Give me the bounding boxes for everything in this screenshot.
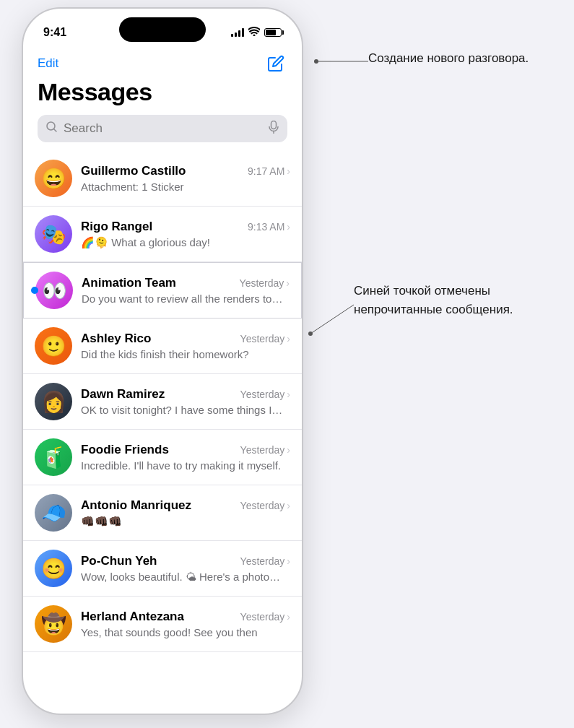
svg-rect-1 <box>271 121 277 129</box>
message-preview: Attachment: 1 Sticker <box>81 181 283 193</box>
list-item[interactable]: 🙂 Ashley Rico Yesterday › Did the kids f… <box>23 318 302 374</box>
conversation-content: Ashley Rico Yesterday › Did the kids fin… <box>81 332 290 360</box>
status-time: 9:41 <box>43 26 66 39</box>
phone-frame: 9:41 Edit <box>22 7 303 715</box>
header-top: Edit <box>38 52 287 75</box>
conversation-content: Antonio Manriquez Yesterday › 👊🏿👊🏿👊🏿 <box>81 498 290 528</box>
avatar: 🙂 <box>35 327 72 365</box>
chevron-icon: › <box>287 611 290 623</box>
svg-point-5 <box>308 332 313 336</box>
conversation-content: Animation Team Yesterday › Do you want t… <box>82 276 290 305</box>
avatar: 🎭 <box>35 215 72 253</box>
message-preview: Do you want to review all the renders to… <box>82 292 284 305</box>
list-item[interactable]: 🧢 Antonio Manriquez Yesterday › 👊🏿👊🏿👊🏿 <box>23 485 302 541</box>
message-preview: 👊🏿👊🏿👊🏿 <box>81 515 283 528</box>
search-icon <box>46 121 58 136</box>
compose-icon <box>267 55 284 72</box>
dynamic-island <box>119 17 206 42</box>
battery-icon <box>264 28 282 37</box>
compose-button[interactable] <box>264 52 287 75</box>
chevron-icon: › <box>287 500 290 511</box>
mic-icon <box>269 121 279 136</box>
list-item[interactable]: 😊 Po-Chun Yeh Yesterday › Wow, looks bea… <box>23 541 302 597</box>
message-preview: Did the kids finish their homework? <box>81 348 283 360</box>
chevron-icon: › <box>287 221 290 233</box>
search-input[interactable] <box>64 121 263 136</box>
message-preview: Yes, that sounds good! See you then <box>81 626 283 638</box>
status-icons <box>231 27 282 38</box>
message-preview: Wow, looks beautiful. 🌤 Here's a photo o… <box>81 571 283 583</box>
chevron-icon: › <box>287 444 290 456</box>
list-item[interactable]: 😄 Guillermo Castillo 9:17 AM › Attachmen… <box>23 151 302 207</box>
list-item[interactable]: 👀 Animation Team Yesterday › Do you want… <box>23 262 302 318</box>
signal-icon <box>231 28 244 37</box>
list-item[interactable]: 👩 Dawn Ramirez Yesterday › OK to visit t… <box>23 374 302 430</box>
search-bar[interactable] <box>38 115 287 142</box>
timestamp: Yesterday › <box>240 277 290 289</box>
sender-name: Rigo Rangel <box>81 220 152 234</box>
timestamp: Yesterday › <box>240 333 290 344</box>
timestamp: Yesterday › <box>240 444 290 456</box>
avatar: 🧃 <box>35 438 72 476</box>
sender-name: Ashley Rico <box>81 332 151 346</box>
conversation-content: Foodie Friends Yesterday › Incredible. I… <box>81 443 290 472</box>
page-title: Messages <box>38 78 287 106</box>
conversation-content: Rigo Rangel 9:13 AM › 🌈🫠 What a glorious… <box>81 220 290 249</box>
chevron-icon: › <box>287 165 290 177</box>
avatar: 🧢 <box>35 494 72 532</box>
timestamp: Yesterday › <box>240 500 290 511</box>
sender-name: Animation Team <box>82 276 176 290</box>
conversation-content: Po-Chun Yeh Yesterday › Wow, looks beaut… <box>81 554 290 583</box>
message-preview: 🌈🫠 What a glorious day! <box>81 236 283 249</box>
edit-button[interactable]: Edit <box>38 56 58 71</box>
avatar: 😄 <box>35 160 72 197</box>
avatar: 🤠 <box>35 605 72 643</box>
timestamp: Yesterday › <box>240 555 290 567</box>
conversation-content: Dawn Ramirez Yesterday › OK to visit ton… <box>81 387 290 417</box>
sender-name: Po-Chun Yeh <box>81 554 157 568</box>
conversation-content: Herland Antezana Yesterday › Yes, that s… <box>81 610 290 638</box>
chevron-icon: › <box>287 333 290 344</box>
list-item[interactable]: 🤠 Herland Antezana Yesterday › Yes, that… <box>23 597 302 652</box>
annotation-compose: Создание нового разговора. <box>368 49 529 68</box>
timestamp: 9:13 AM › <box>248 221 290 233</box>
svg-line-4 <box>310 305 354 334</box>
timestamp: Yesterday › <box>240 389 290 400</box>
sender-name: Herland Antezana <box>81 610 184 624</box>
header: Edit Messages <box>23 46 302 142</box>
list-item[interactable]: 🧃 Foodie Friends Yesterday › Incredible.… <box>23 430 302 485</box>
avatar: 👀 <box>35 272 73 309</box>
svg-point-3 <box>314 59 318 64</box>
message-preview: OK to visit tonight? I have some things … <box>81 404 283 417</box>
unread-indicator <box>31 287 38 294</box>
avatar: 👩 <box>35 383 72 420</box>
sender-name: Dawn Ramirez <box>81 387 165 402</box>
list-item[interactable]: 🎭 Rigo Rangel 9:13 AM › 🌈🫠 What a glorio… <box>23 207 302 262</box>
timestamp: Yesterday › <box>240 611 290 623</box>
avatar: 😊 <box>35 550 72 587</box>
timestamp: 9:17 AM › <box>248 165 290 177</box>
conversation-content: Guillermo Castillo 9:17 AM › Attachment:… <box>81 164 290 193</box>
annotation-unread: Синей точкой отмечены непрочитанные сооб… <box>354 282 574 318</box>
sender-name: Antonio Manriquez <box>81 498 191 513</box>
sender-name: Guillermo Castillo <box>81 164 186 178</box>
chevron-icon: › <box>287 555 290 567</box>
conversations-list: 😄 Guillermo Castillo 9:17 AM › Attachmen… <box>23 151 302 652</box>
svg-point-0 <box>47 122 55 130</box>
message-preview: Incredible. I'll have to try making it m… <box>81 459 283 472</box>
wifi-icon <box>248 27 260 38</box>
chevron-icon: › <box>287 389 290 400</box>
chevron-icon: › <box>286 277 290 289</box>
sender-name: Foodie Friends <box>81 443 169 457</box>
